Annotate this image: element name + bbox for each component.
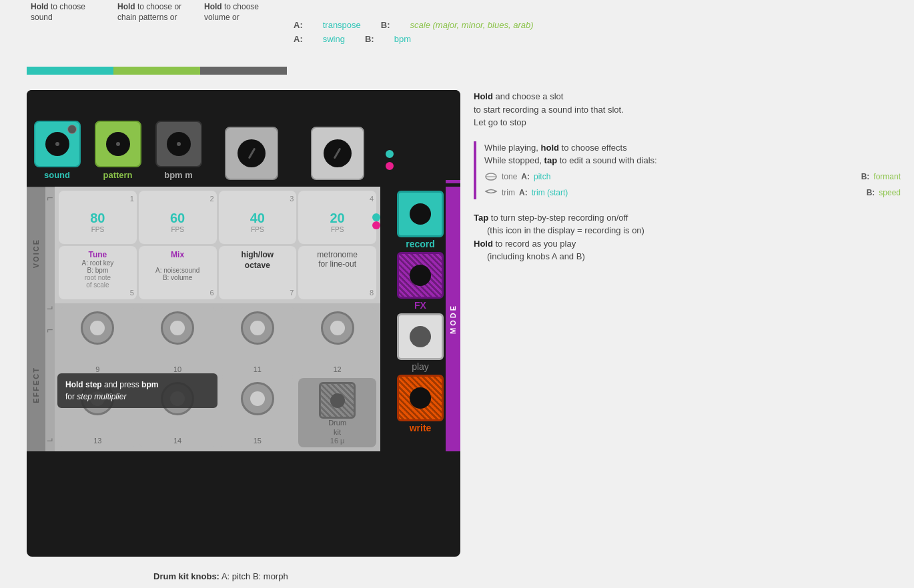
side-labels: VOICE EFFECT <box>27 187 45 451</box>
main-device: sound pattern bpm m <box>27 90 460 557</box>
write-btn-inner <box>410 387 431 409</box>
header-col-volume: Hold to choose volume or <box>200 0 287 75</box>
write-line2: (this icon in the display = recording is… <box>474 224 901 237</box>
fx-label: FX <box>414 300 426 311</box>
write-btn[interactable] <box>397 375 444 421</box>
effect-knob-12[interactable] <box>321 311 354 345</box>
pad-12[interactable]: 12 <box>298 307 376 376</box>
right-section-hold-record: Hold and choose a slot to start recordin… <box>474 90 901 129</box>
effect-pad-grid: 9 10 11 12 <box>55 303 380 451</box>
pad-16-drum-kit[interactable]: Drumkit 16 μ <box>298 378 376 447</box>
tooltip-text: Hold step and press bpmfor step multipli… <box>65 380 158 401</box>
pad-10[interactable]: 10 <box>139 307 217 376</box>
a-val-transpose: transpose <box>323 20 361 30</box>
mode-bar: MODE <box>446 187 460 451</box>
pad-number-11: 11 <box>254 365 262 373</box>
bracket-area: ⌐ ⌐ ⌐ ⌐ <box>45 187 55 451</box>
pad-number-15: 15 <box>254 437 262 445</box>
knob5-slash <box>334 147 342 159</box>
pad-number-5: 5 <box>130 289 134 297</box>
drum-kit-btn[interactable] <box>319 382 356 419</box>
trim-a-val: trim (start) <box>532 188 568 197</box>
sound-knob-label: sound <box>44 170 70 180</box>
pad-15[interactable]: 15 <box>219 378 297 447</box>
pad-5[interactable]: Tune A: root keyB: bpm root noteof scale… <box>59 246 137 299</box>
sound-knob[interactable] <box>34 121 81 167</box>
pad-11[interactable]: 11 <box>219 307 297 376</box>
trim-b-label: B: <box>867 188 875 197</box>
clock-icon <box>67 125 77 134</box>
pattern-knob[interactable] <box>95 121 141 167</box>
tone-label: tone <box>502 172 517 181</box>
knob4-section <box>209 123 295 183</box>
right-text-area: Hold and choose a slot to start recordin… <box>474 90 901 271</box>
bpm-knob[interactable] <box>155 121 202 167</box>
right-panel-top <box>380 180 460 183</box>
sound-knob-section: sound <box>27 117 87 183</box>
effects-line1: While playing, hold to choose effects <box>484 141 901 155</box>
knob4[interactable] <box>225 127 278 180</box>
a-val-swing: swing <box>323 34 345 44</box>
pad-6[interactable]: Mix A: noise:soundB: volume 6 <box>139 246 217 299</box>
pad-9[interactable]: 9 <box>59 307 137 376</box>
effect-bracket: ⌐ ⌐ <box>45 319 55 451</box>
knob-dot-3 <box>177 142 181 146</box>
effect-knob-9[interactable] <box>81 311 114 345</box>
fx-btn[interactable] <box>397 252 444 299</box>
pad-number-3: 3 <box>290 195 294 203</box>
drum-kit-label: Drumkit <box>328 419 346 436</box>
hold-sound-text: Hold to choose sound <box>27 0 113 67</box>
pad-4[interactable]: 4 20 FPS <box>298 191 376 244</box>
fx-btn-inner <box>410 265 431 286</box>
bpm-knob-inner <box>167 132 191 156</box>
ab-row-2: A: swing B: bpm <box>294 34 560 44</box>
write-section: write <box>397 375 444 433</box>
pad-3[interactable]: 3 40 FPS <box>219 191 297 244</box>
metronome-text: metronomefor line-out <box>317 250 358 269</box>
teal-color-bar <box>27 67 113 75</box>
record-btn[interactable] <box>397 191 444 237</box>
tune-note: root noteof scale <box>85 274 111 289</box>
voice-pad-grid: 1 80 FPS 2 60 FPS <box>55 187 380 303</box>
pad-number-10: 10 <box>173 365 181 373</box>
effect-knob-15[interactable] <box>241 382 274 415</box>
record-btn-inner <box>410 203 431 225</box>
teal-dot-pad4 <box>372 213 380 221</box>
tooltip-box: Hold step and press bpmfor step multipli… <box>57 373 217 408</box>
mode-bar-top <box>446 180 460 183</box>
hold-record-line3: Let go to stop <box>474 116 901 129</box>
fps-unit-4: FPS <box>331 226 344 233</box>
bpm-knob-label: bpm m <box>164 170 193 180</box>
effect-knob-10[interactable] <box>161 311 194 345</box>
fps-val-1: 80 <box>90 211 105 226</box>
pattern-knob-section: pattern <box>87 117 148 183</box>
fx-section: FX <box>397 252 444 311</box>
play-label: play <box>412 361 429 372</box>
pattern-knob-inner <box>106 132 130 156</box>
gray-color-bar <box>200 67 287 75</box>
trim-a-label: A: <box>519 188 528 197</box>
pad-number-16: 16 μ <box>330 437 345 445</box>
pad-2[interactable]: 2 60 FPS <box>139 191 217 244</box>
tone-a-label: A: <box>521 172 530 181</box>
write-line4: (including knobs A and B) <box>474 250 901 263</box>
knob5[interactable] <box>311 127 364 180</box>
teal-indicator-dot <box>386 150 394 158</box>
pad-number-1: 1 <box>130 195 134 203</box>
green-color-bar <box>113 67 200 75</box>
trim-icon <box>484 186 498 199</box>
tone-a-val: pitch <box>534 172 550 181</box>
play-btn[interactable] <box>397 313 444 360</box>
tone-b-label: B: <box>861 172 870 181</box>
pad-number-9: 9 <box>95 365 99 373</box>
pad-7[interactable]: high/lowoctave 7 <box>219 246 297 299</box>
sound-knob-inner <box>45 132 69 156</box>
fps-val-3: 40 <box>250 211 265 226</box>
pad-8[interactable]: metronomefor line-out 8 <box>298 246 376 299</box>
pad-1[interactable]: 1 80 FPS <box>59 191 137 244</box>
effect-knob-11[interactable] <box>241 311 274 345</box>
b-label-1: B: <box>381 20 390 30</box>
knob4-inner <box>238 139 266 167</box>
fps-val-2: 60 <box>170 211 185 226</box>
main-pad-area: 1 80 FPS 2 60 FPS <box>55 187 380 451</box>
